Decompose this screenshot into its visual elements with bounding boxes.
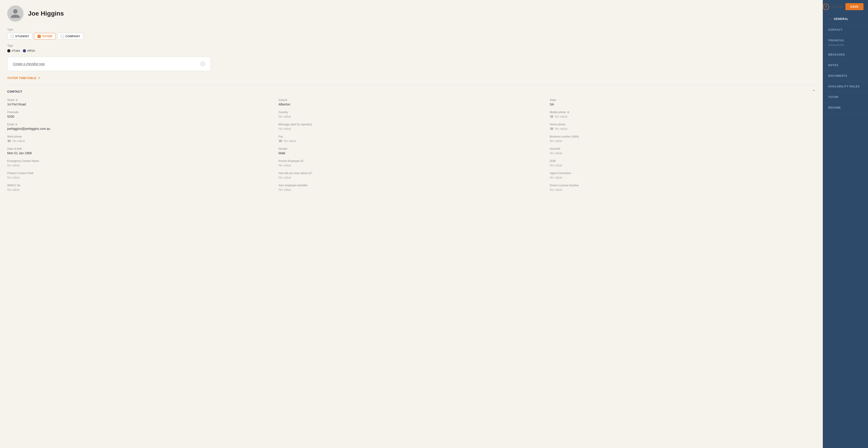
top-bar: ? CLOSE SAVE (818, 0, 868, 13)
field-home-phone-value: ☎ No value (550, 127, 815, 131)
type-tutor[interactable]: TUTOR (34, 33, 56, 39)
type-company[interactable]: COMPANY (57, 33, 84, 39)
field-abn-value: No value (550, 139, 815, 143)
company-label: COMPANY (65, 35, 80, 38)
field-wwcc-value: No value (7, 188, 273, 192)
field-abn: Business number (ABN) No value (550, 135, 815, 143)
field-honorific: Honorific No value (550, 147, 815, 155)
field-wwcc-label: WWCC No (7, 184, 273, 187)
field-dob: Date of birth Mon 01 Jan 1968 (7, 147, 273, 155)
tags-list: #Tutor #RSA (7, 49, 815, 53)
student-checkbox[interactable] (11, 35, 14, 38)
sidebar-notes-label: NOTES (828, 64, 838, 67)
field-state-value: SA (550, 103, 815, 106)
tag-tutor: #Tutor (7, 49, 20, 53)
field-hear-about: How did you hear about us? No value (278, 172, 544, 179)
email-gear-icon[interactable]: ⚙ (15, 123, 18, 126)
home-phone-icon: ☎ (550, 127, 554, 131)
checklist-card: Create a checklist now (7, 57, 211, 71)
field-abn-label: Business number (ABN) (550, 135, 815, 138)
tag-rsa-label: #RSA (27, 49, 35, 53)
avatar (7, 5, 24, 22)
field-product-custom: Product Custom Field No value (7, 172, 273, 179)
field-suburb: Suburb Alberton (278, 98, 544, 106)
collapse-button[interactable]: ⌃ (812, 89, 815, 94)
field-fax-label: Fax (278, 135, 544, 138)
tags-section: Tags #Tutor #RSA (7, 44, 815, 53)
type-checkboxes: STUDENT TUTOR COMPANY (7, 33, 815, 39)
avatar-icon (10, 8, 21, 19)
contact-header: CONTACT ⌃ (7, 89, 815, 94)
sidebar-item-documents[interactable]: DOCUMENTS (823, 71, 868, 81)
sidebar-item-tutor[interactable]: TUTOR (823, 92, 868, 103)
field-state: State SA (550, 98, 815, 106)
field-street-value: 14 Port Road (7, 103, 273, 106)
field-hear-about-value: No value (278, 176, 544, 179)
field-street-label: Street ⚙ (7, 98, 273, 102)
field-gender-label: Gender (278, 147, 544, 150)
field-gender: Gender Male (278, 147, 544, 155)
sidebar-item-notes[interactable]: NOTES (823, 60, 868, 71)
field-dob-label: Date of birth (7, 147, 273, 150)
timetable-section: TUTOR TIMETABLE ↗ (7, 76, 815, 80)
field-dob-value: Mon 01 Jan 1968 (7, 151, 273, 155)
sidebar-documents-label: DOCUMENTS (828, 74, 847, 77)
field-home-phone-label: Home phone (550, 123, 815, 126)
tag-rsa: #RSA (23, 49, 35, 53)
tutor-checkbox[interactable] (37, 35, 41, 38)
field-product-custom-value: No value (7, 176, 273, 179)
field-drivers-licence: Drivers Licence Number No value (550, 184, 815, 192)
mobile-phone-icon: ☎ (550, 115, 554, 118)
mobile-gear-icon[interactable]: ⚙ (567, 111, 569, 114)
field-mobile-value: ☎ No value (550, 115, 815, 118)
tag-rsa-dot (23, 49, 26, 53)
save-button[interactable]: SAVE (845, 3, 864, 10)
student-label: STUDENT (15, 35, 29, 38)
field-work-phone-label: Work phone (7, 135, 273, 138)
street-gear-icon[interactable]: ⚙ (16, 99, 18, 102)
profile-name: Joe Higgins (28, 10, 64, 17)
field-suburb-label: Suburb (278, 98, 544, 102)
sidebar-item-general[interactable]: → GENERAL (823, 13, 868, 25)
help-button[interactable]: ? (823, 4, 829, 10)
divider (7, 85, 815, 85)
contact-section: CONTACT ⌃ Street ⚙ 14 Port Road Suburb A… (7, 89, 815, 192)
field-emergency-value: No value (7, 164, 273, 167)
field-kronos-label: Kronos Employee ID (278, 160, 544, 163)
field-fax: Fax ☎ No value (278, 135, 544, 143)
field-country-label: Country (278, 111, 544, 114)
main-content: Joe Higgins Type STUDENT TUTOR COMPANY T… (0, 0, 823, 448)
type-student[interactable]: STUDENT (7, 33, 32, 39)
field-fax-value: ☎ No value (278, 139, 544, 143)
field-postcode-label: Postcode (7, 111, 273, 114)
sidebar-item-contact[interactable]: CONTACT (823, 25, 868, 35)
field-postcode: Postcode 5200 (7, 111, 273, 118)
field-work-phone: Work phone ☎ No value (7, 135, 273, 143)
field-emergency-contact: Emergency Contact Name No value (7, 160, 273, 167)
sidebar-item-resume[interactable]: RESUME (823, 103, 868, 113)
field-xero: Xero employee identifier No value (278, 184, 544, 192)
sidebar-availability-label: AVAILABILITY RULES (828, 85, 860, 88)
sidebar-resume-label: RESUME (828, 106, 841, 109)
sidebar-item-availability-rules[interactable]: AVAILABILITY RULES (823, 81, 868, 92)
field-gender-value: Male (278, 151, 544, 155)
field-email: Email ⚙ joehiggins@joehiggins.com.au (7, 123, 273, 131)
field-kronos: Kronos Employee ID No value (278, 160, 544, 167)
close-button[interactable]: CLOSE (832, 5, 842, 8)
contact-section-title: CONTACT (7, 90, 22, 93)
sidebar-contact-label: CONTACT (828, 28, 842, 31)
company-checkbox[interactable] (61, 35, 64, 38)
external-link-icon[interactable]: ↗ (38, 76, 40, 80)
field-message-value: No value (278, 127, 544, 131)
field-drivers-licence-label: Drivers Licence Number (550, 184, 815, 187)
field-kronos-value: No value (278, 164, 544, 167)
checklist-radio[interactable] (200, 62, 205, 66)
checklist-link[interactable]: Create a checklist now (13, 62, 45, 66)
field-wwcc: WWCC No No value (7, 184, 273, 192)
fax-icon: ☎ (278, 139, 282, 143)
field-agent-commission-value: No value (550, 176, 815, 179)
field-message-label: Message (alert for operator) (278, 123, 544, 126)
type-label: Type (7, 28, 815, 31)
sidebar-item-messages[interactable]: MESSAGES (823, 49, 868, 60)
field-drivers-licence-value: No value (550, 188, 815, 192)
